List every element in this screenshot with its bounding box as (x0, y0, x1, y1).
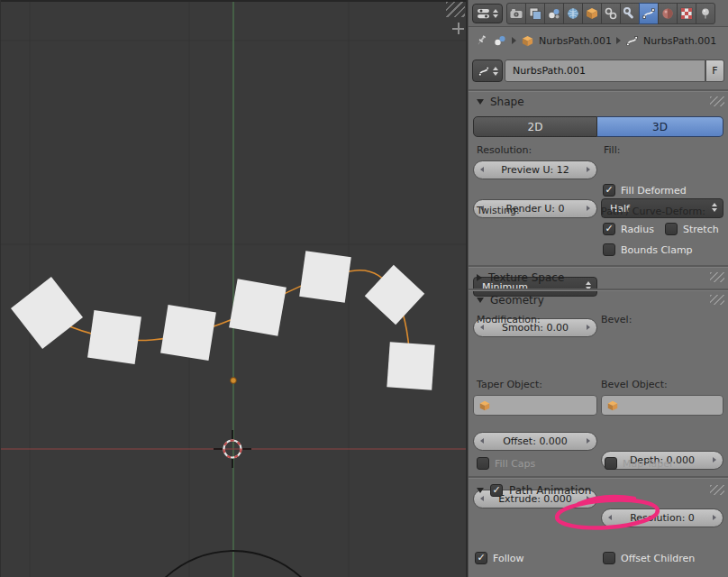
stepper-right-icon[interactable] (587, 206, 590, 211)
shape-panel-title: Shape (490, 96, 524, 108)
shape-2d-button[interactable]: 2D (473, 116, 597, 137)
panel-grip-icon[interactable] (710, 485, 724, 495)
tab-physics[interactable] (696, 3, 715, 24)
disclosure-triangle-icon (477, 99, 484, 105)
object-origin-dot[interactable] (231, 378, 237, 384)
id-type-button[interactable] (472, 60, 503, 82)
fill-deformed-checkbox[interactable] (603, 184, 615, 197)
link-icon (604, 6, 618, 21)
tab-texture[interactable] (677, 3, 696, 24)
geometry-panel-title: Geometry (490, 294, 544, 307)
stretch-checkbox[interactable] (665, 223, 678, 235)
dupli-frame-square[interactable] (160, 305, 216, 361)
follow-row[interactable]: Follow (475, 552, 524, 564)
tab-material[interactable] (658, 3, 678, 24)
stepper-right-icon[interactable] (713, 515, 716, 520)
bounds-clamp-checkbox[interactable] (603, 243, 615, 256)
stepper-right-icon[interactable] (587, 438, 590, 444)
scene-icon (547, 6, 561, 21)
dupli-frame-square[interactable] (11, 277, 83, 349)
3d-viewport[interactable] (0, 0, 468, 577)
follow-checkbox[interactable] (475, 552, 487, 564)
dupli-frame-square[interactable] (387, 342, 434, 389)
offset-stepper[interactable]: Offset: 0.000 (473, 432, 597, 451)
breadcrumb-data-name[interactable]: NurbsPath.001 (643, 35, 716, 47)
preview-u-stepper[interactable]: Preview U: 12 (473, 160, 597, 179)
stepper-left-icon[interactable] (480, 438, 484, 444)
radius-row[interactable]: Radius (603, 223, 654, 235)
bevel-object-field[interactable] (601, 395, 723, 416)
panel-grip-icon[interactable] (710, 272, 724, 282)
fill-deformed-row[interactable]: Fill Deformed (603, 184, 687, 197)
map-taper-checkbox[interactable] (605, 457, 617, 470)
curve-data-icon (642, 6, 656, 21)
blender-window: NurbsPath.001 NurbsPath.001 NurbsPath.00… (0, 0, 728, 577)
radius-checkbox[interactable] (603, 223, 615, 235)
dropdown-updown-icon (712, 203, 717, 212)
panel-grip-icon[interactable] (710, 96, 724, 106)
viewport-canvas[interactable] (0, 0, 468, 577)
tab-object[interactable] (582, 3, 602, 24)
tab-object-data[interactable] (639, 3, 659, 24)
breadcrumb-arrow-icon (512, 37, 516, 44)
taper-object-label: Taper Object: (477, 379, 542, 391)
scene-browse-icon[interactable] (493, 33, 507, 48)
properties-editor-icon (477, 6, 491, 21)
breadcrumb-object-name[interactable]: NurbsPath.001 (539, 35, 612, 47)
panel-grip-icon[interactable] (710, 295, 724, 305)
stepper-left-icon[interactable] (608, 515, 612, 520)
texture-space-panel-header[interactable]: Texture Space (477, 271, 564, 284)
tab-render-layers[interactable] (525, 3, 545, 24)
tab-scene[interactable] (544, 3, 564, 24)
curve-data-icon (625, 34, 639, 48)
geometry-panel-header[interactable]: Geometry (477, 294, 544, 307)
shape-3d-label: 3D (652, 121, 668, 133)
dupli-frame-square[interactable] (229, 279, 287, 336)
tab-render[interactable] (506, 3, 526, 24)
bevel-resolution-stepper[interactable]: Resolution: 0 (601, 508, 723, 527)
panel-separator (469, 288, 728, 291)
texture-icon (679, 6, 694, 21)
physics-icon (698, 6, 713, 21)
stretch-label: Stretch (683, 224, 719, 235)
stepper-left-icon[interactable] (480, 167, 484, 172)
breadcrumb-arrow-icon (616, 37, 621, 44)
tab-modifiers[interactable] (620, 3, 640, 24)
path-animation-checkbox[interactable] (490, 484, 503, 497)
stepper-right-icon[interactable] (587, 167, 590, 172)
fake-user-button[interactable]: F (705, 60, 724, 82)
bevel-label: Bevel: (601, 314, 632, 326)
shape-3d-button[interactable]: 3D (597, 116, 723, 137)
path-animation-panel-header[interactable]: Path Animation (477, 484, 591, 497)
viewport-top-border (0, 0, 468, 2)
pin-icon[interactable] (474, 33, 488, 48)
offset-children-label: Offset Children (621, 553, 695, 564)
cube-icon (585, 6, 599, 21)
tab-world[interactable] (563, 3, 583, 24)
modification-label: Modification: (477, 314, 541, 326)
area-corner-grip[interactable] (446, 2, 465, 17)
path-animation-title: Path Animation (509, 484, 591, 497)
stepper-right-icon[interactable] (713, 457, 716, 463)
offset-children-checkbox[interactable] (603, 552, 615, 564)
dupli-frame-square[interactable] (299, 251, 351, 303)
plus-icon[interactable] (452, 23, 464, 34)
object-cube-icon (606, 399, 619, 412)
bounds-clamp-row[interactable]: Bounds Clamp (603, 243, 693, 256)
bevel-resolution-value: Resolution: 0 (630, 512, 695, 524)
world-icon (566, 6, 580, 21)
stretch-row[interactable]: Stretch (665, 223, 719, 235)
stepper-right-icon[interactable] (587, 325, 590, 330)
object-cube-icon (521, 34, 534, 48)
dupli-frame-square[interactable] (87, 310, 141, 364)
offset-children-row[interactable]: Offset Children (603, 552, 695, 564)
taper-object-field[interactable] (473, 395, 597, 416)
tab-constraints[interactable] (601, 3, 621, 24)
shape-panel-header[interactable]: Shape (477, 96, 524, 108)
fill-caps-row: Fill Caps (477, 457, 535, 470)
datablock-name-field[interactable]: NurbsPath.001 (505, 60, 705, 82)
editor-type-button[interactable] (472, 4, 503, 23)
panel-separator (469, 265, 728, 268)
fill-caps-checkbox[interactable] (477, 457, 489, 470)
dupli-frame-square[interactable] (365, 265, 424, 325)
